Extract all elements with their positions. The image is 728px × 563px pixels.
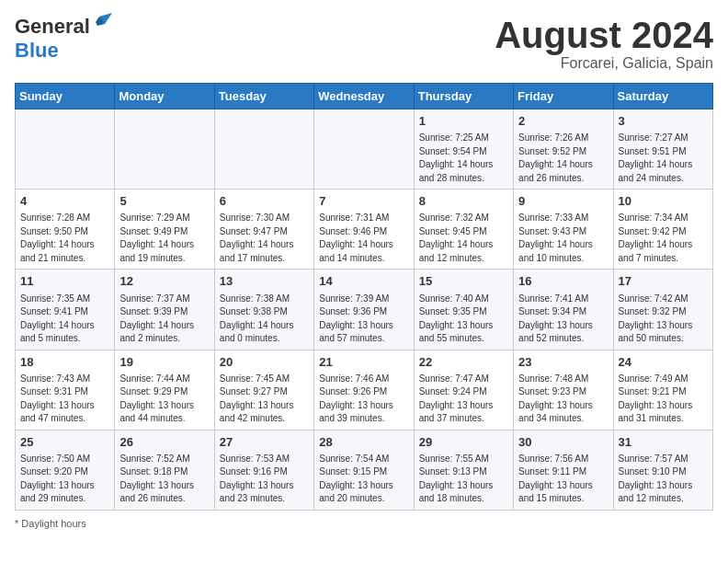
day-number: 26 (119, 434, 209, 451)
day-info: Sunrise: 7:56 AM Sunset: 9:11 PM Dayligh… (518, 453, 608, 506)
day-number: 12 (119, 273, 209, 290)
weekday-thursday: Thursday (414, 84, 513, 109)
day-info: Sunrise: 7:34 AM Sunset: 9:42 PM Dayligh… (619, 212, 708, 265)
weekday-header-row: SundayMondayTuesdayWednesdayThursdayFrid… (16, 84, 713, 109)
day-number: 6 (220, 193, 309, 210)
day-info: Sunrise: 7:46 AM Sunset: 9:26 PM Dayligh… (319, 373, 408, 426)
calendar-cell: 3Sunrise: 7:27 AM Sunset: 9:51 PM Daylig… (613, 109, 712, 190)
day-number: 22 (419, 354, 508, 371)
calendar-cell: 11Sunrise: 7:35 AM Sunset: 9:41 PM Dayli… (16, 270, 115, 350)
day-info: Sunrise: 7:53 AM Sunset: 9:16 PM Dayligh… (220, 453, 309, 506)
day-number: 7 (319, 193, 408, 210)
calendar-cell: 29Sunrise: 7:55 AM Sunset: 9:13 PM Dayli… (414, 430, 513, 510)
day-number: 20 (220, 354, 309, 371)
day-number: 11 (20, 273, 109, 290)
weekday-sunday: Sunday (16, 84, 115, 109)
day-number: 1 (419, 113, 508, 130)
week-row-2: 4Sunrise: 7:28 AM Sunset: 9:50 PM Daylig… (16, 190, 713, 270)
day-info: Sunrise: 7:44 AM Sunset: 9:29 PM Dayligh… (119, 373, 209, 426)
day-info: Sunrise: 7:37 AM Sunset: 9:39 PM Dayligh… (119, 293, 209, 346)
calendar-cell (214, 109, 313, 190)
calendar-cell: 16Sunrise: 7:41 AM Sunset: 9:34 PM Dayli… (514, 270, 613, 350)
day-number: 4 (20, 193, 109, 210)
footer-note: * Daylight hours (15, 518, 713, 529)
calendar-cell: 23Sunrise: 7:48 AM Sunset: 9:23 PM Dayli… (514, 350, 613, 430)
calendar-cell: 6Sunrise: 7:30 AM Sunset: 9:47 PM Daylig… (214, 190, 313, 270)
day-info: Sunrise: 7:39 AM Sunset: 9:36 PM Dayligh… (319, 293, 408, 346)
day-info: Sunrise: 7:31 AM Sunset: 9:46 PM Dayligh… (319, 212, 408, 265)
day-number: 23 (518, 354, 608, 371)
day-info: Sunrise: 7:33 AM Sunset: 9:43 PM Dayligh… (518, 212, 608, 265)
day-info: Sunrise: 7:42 AM Sunset: 9:32 PM Dayligh… (619, 293, 708, 346)
day-info: Sunrise: 7:47 AM Sunset: 9:24 PM Dayligh… (419, 373, 508, 426)
calendar-cell: 25Sunrise: 7:50 AM Sunset: 9:20 PM Dayli… (16, 430, 115, 510)
day-number: 2 (518, 113, 608, 130)
page-header: General Blue August 2024 Forcarei, Galic… (15, 15, 713, 72)
day-info: Sunrise: 7:38 AM Sunset: 9:38 PM Dayligh… (220, 293, 309, 346)
calendar-cell: 19Sunrise: 7:44 AM Sunset: 9:29 PM Dayli… (115, 350, 214, 430)
location-title: Forcarei, Galicia, Spain (495, 55, 713, 72)
calendar-cell (115, 109, 214, 190)
day-info: Sunrise: 7:48 AM Sunset: 9:23 PM Dayligh… (518, 373, 608, 426)
week-row-3: 11Sunrise: 7:35 AM Sunset: 9:41 PM Dayli… (16, 270, 713, 350)
day-info: Sunrise: 7:26 AM Sunset: 9:52 PM Dayligh… (518, 132, 608, 185)
day-info: Sunrise: 7:30 AM Sunset: 9:47 PM Dayligh… (220, 212, 309, 265)
calendar-cell: 17Sunrise: 7:42 AM Sunset: 9:32 PM Dayli… (613, 270, 712, 350)
calendar-cell: 27Sunrise: 7:53 AM Sunset: 9:16 PM Dayli… (214, 430, 313, 510)
day-info: Sunrise: 7:40 AM Sunset: 9:35 PM Dayligh… (419, 293, 508, 346)
day-number: 24 (619, 354, 708, 371)
day-number: 10 (619, 193, 708, 210)
day-number: 17 (619, 273, 708, 290)
day-number: 8 (419, 193, 508, 210)
calendar-cell: 30Sunrise: 7:56 AM Sunset: 9:11 PM Dayli… (514, 430, 613, 510)
calendar-cell: 24Sunrise: 7:49 AM Sunset: 9:21 PM Dayli… (613, 350, 712, 430)
calendar-cell (16, 109, 115, 190)
calendar-cell: 5Sunrise: 7:29 AM Sunset: 9:49 PM Daylig… (115, 190, 214, 270)
calendar-cell: 28Sunrise: 7:54 AM Sunset: 9:15 PM Dayli… (314, 430, 414, 510)
daylight-hours-label: Daylight hours (21, 518, 85, 529)
calendar-cell: 14Sunrise: 7:39 AM Sunset: 9:36 PM Dayli… (314, 270, 414, 350)
day-info: Sunrise: 7:50 AM Sunset: 9:20 PM Dayligh… (20, 453, 109, 506)
weekday-monday: Monday (115, 84, 214, 109)
day-number: 14 (319, 273, 408, 290)
weekday-wednesday: Wednesday (314, 84, 414, 109)
calendar-cell: 2Sunrise: 7:26 AM Sunset: 9:52 PM Daylig… (514, 109, 613, 190)
calendar-cell: 1Sunrise: 7:25 AM Sunset: 9:54 PM Daylig… (414, 109, 513, 190)
day-number: 31 (619, 434, 708, 451)
day-number: 13 (220, 273, 309, 290)
logo-blue: Blue (15, 39, 59, 62)
day-info: Sunrise: 7:25 AM Sunset: 9:54 PM Dayligh… (419, 132, 508, 185)
calendar-cell: 10Sunrise: 7:34 AM Sunset: 9:42 PM Dayli… (613, 190, 712, 270)
day-info: Sunrise: 7:52 AM Sunset: 9:18 PM Dayligh… (119, 453, 209, 506)
day-info: Sunrise: 7:27 AM Sunset: 9:51 PM Dayligh… (619, 132, 708, 185)
day-number: 28 (319, 434, 408, 451)
calendar-cell: 8Sunrise: 7:32 AM Sunset: 9:45 PM Daylig… (414, 190, 513, 270)
calendar-cell: 7Sunrise: 7:31 AM Sunset: 9:46 PM Daylig… (314, 190, 414, 270)
day-info: Sunrise: 7:49 AM Sunset: 9:21 PM Dayligh… (619, 373, 708, 426)
calendar-cell: 18Sunrise: 7:43 AM Sunset: 9:31 PM Dayli… (16, 350, 115, 430)
day-number: 9 (518, 193, 608, 210)
day-info: Sunrise: 7:43 AM Sunset: 9:31 PM Dayligh… (20, 373, 109, 426)
day-number: 18 (20, 354, 109, 371)
calendar-cell: 13Sunrise: 7:38 AM Sunset: 9:38 PM Dayli… (214, 270, 313, 350)
day-info: Sunrise: 7:32 AM Sunset: 9:45 PM Dayligh… (419, 212, 508, 265)
day-info: Sunrise: 7:54 AM Sunset: 9:15 PM Dayligh… (319, 453, 408, 506)
calendar-cell: 22Sunrise: 7:47 AM Sunset: 9:24 PM Dayli… (414, 350, 513, 430)
day-number: 29 (419, 434, 508, 451)
title-block: August 2024 Forcarei, Galicia, Spain (495, 15, 713, 72)
day-number: 15 (419, 273, 508, 290)
day-number: 16 (518, 273, 608, 290)
logo-general: General (15, 15, 90, 38)
logo: General Blue (15, 15, 112, 63)
day-info: Sunrise: 7:29 AM Sunset: 9:49 PM Dayligh… (119, 212, 209, 265)
day-number: 27 (220, 434, 309, 451)
calendar-cell: 26Sunrise: 7:52 AM Sunset: 9:18 PM Dayli… (115, 430, 214, 510)
calendar-cell: 4Sunrise: 7:28 AM Sunset: 9:50 PM Daylig… (16, 190, 115, 270)
logo-bird-icon (92, 13, 112, 33)
day-info: Sunrise: 7:55 AM Sunset: 9:13 PM Dayligh… (419, 453, 508, 506)
day-number: 5 (119, 193, 209, 210)
calendar-cell: 20Sunrise: 7:45 AM Sunset: 9:27 PM Dayli… (214, 350, 313, 430)
weekday-saturday: Saturday (613, 84, 712, 109)
month-title: August 2024 (495, 15, 713, 55)
calendar-cell: 31Sunrise: 7:57 AM Sunset: 9:10 PM Dayli… (613, 430, 712, 510)
